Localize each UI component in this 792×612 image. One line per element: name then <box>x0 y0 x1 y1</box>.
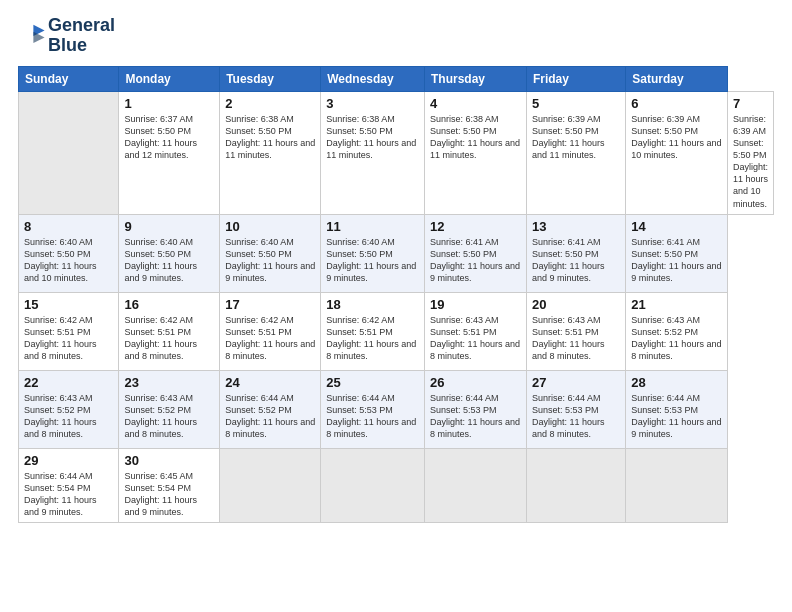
header-day-thursday: Thursday <box>424 66 526 91</box>
day-number: 2 <box>225 96 315 111</box>
calendar-container: General Blue SundayMondayTuesdayWednesda… <box>0 0 792 612</box>
day-number: 29 <box>24 453 113 468</box>
day-detail: Sunrise: 6:45 AMSunset: 5:54 PMDaylight:… <box>124 470 214 519</box>
calendar-cell: 13Sunrise: 6:41 AMSunset: 5:50 PMDayligh… <box>526 214 625 292</box>
logo-icon <box>18 22 46 50</box>
day-number: 26 <box>430 375 521 390</box>
calendar-cell: 28Sunrise: 6:44 AMSunset: 5:53 PMDayligh… <box>626 370 728 448</box>
calendar-cell <box>526 448 625 523</box>
header-day-monday: Monday <box>119 66 220 91</box>
calendar-week-1: 1Sunrise: 6:37 AMSunset: 5:50 PMDaylight… <box>19 91 774 214</box>
calendar-table: SundayMondayTuesdayWednesdayThursdayFrid… <box>18 66 774 524</box>
day-number: 8 <box>24 219 113 234</box>
header-day-sunday: Sunday <box>19 66 119 91</box>
day-detail: Sunrise: 6:44 AMSunset: 5:53 PMDaylight:… <box>326 392 419 441</box>
day-number: 21 <box>631 297 722 312</box>
header-day-friday: Friday <box>526 66 625 91</box>
day-detail: Sunrise: 6:39 AMSunset: 5:50 PMDaylight:… <box>532 113 620 162</box>
day-detail: Sunrise: 6:39 AMSunset: 5:50 PMDaylight:… <box>631 113 722 162</box>
day-detail: Sunrise: 6:38 AMSunset: 5:50 PMDaylight:… <box>326 113 419 162</box>
calendar-cell: 17Sunrise: 6:42 AMSunset: 5:51 PMDayligh… <box>220 292 321 370</box>
day-detail: Sunrise: 6:44 AMSunset: 5:53 PMDaylight:… <box>631 392 722 441</box>
calendar-cell: 11Sunrise: 6:40 AMSunset: 5:50 PMDayligh… <box>321 214 425 292</box>
calendar-cell: 30Sunrise: 6:45 AMSunset: 5:54 PMDayligh… <box>119 448 220 523</box>
calendar-cell: 21Sunrise: 6:43 AMSunset: 5:52 PMDayligh… <box>626 292 728 370</box>
day-detail: Sunrise: 6:41 AMSunset: 5:50 PMDaylight:… <box>631 236 722 285</box>
calendar-cell: 27Sunrise: 6:44 AMSunset: 5:53 PMDayligh… <box>526 370 625 448</box>
day-number: 17 <box>225 297 315 312</box>
day-detail: Sunrise: 6:41 AMSunset: 5:50 PMDaylight:… <box>532 236 620 285</box>
calendar-cell: 22Sunrise: 6:43 AMSunset: 5:52 PMDayligh… <box>19 370 119 448</box>
calendar-cell <box>626 448 728 523</box>
calendar-cell: 14Sunrise: 6:41 AMSunset: 5:50 PMDayligh… <box>626 214 728 292</box>
day-number: 28 <box>631 375 722 390</box>
day-detail: Sunrise: 6:44 AMSunset: 5:53 PMDaylight:… <box>532 392 620 441</box>
day-number: 1 <box>124 96 214 111</box>
calendar-cell: 12Sunrise: 6:41 AMSunset: 5:50 PMDayligh… <box>424 214 526 292</box>
day-number: 18 <box>326 297 419 312</box>
day-number: 25 <box>326 375 419 390</box>
calendar-week-2: 8Sunrise: 6:40 AMSunset: 5:50 PMDaylight… <box>19 214 774 292</box>
day-detail: Sunrise: 6:43 AMSunset: 5:51 PMDaylight:… <box>430 314 521 363</box>
day-number: 9 <box>124 219 214 234</box>
day-number: 14 <box>631 219 722 234</box>
day-number: 19 <box>430 297 521 312</box>
calendar-cell: 24Sunrise: 6:44 AMSunset: 5:52 PMDayligh… <box>220 370 321 448</box>
day-detail: Sunrise: 6:38 AMSunset: 5:50 PMDaylight:… <box>225 113 315 162</box>
calendar-cell: 4Sunrise: 6:38 AMSunset: 5:50 PMDaylight… <box>424 91 526 214</box>
day-number: 11 <box>326 219 419 234</box>
day-detail: Sunrise: 6:43 AMSunset: 5:52 PMDaylight:… <box>124 392 214 441</box>
day-detail: Sunrise: 6:43 AMSunset: 5:52 PMDaylight:… <box>24 392 113 441</box>
day-detail: Sunrise: 6:40 AMSunset: 5:50 PMDaylight:… <box>326 236 419 285</box>
day-number: 5 <box>532 96 620 111</box>
day-number: 10 <box>225 219 315 234</box>
calendar-cell: 18Sunrise: 6:42 AMSunset: 5:51 PMDayligh… <box>321 292 425 370</box>
day-detail: Sunrise: 6:42 AMSunset: 5:51 PMDaylight:… <box>24 314 113 363</box>
day-detail: Sunrise: 6:37 AMSunset: 5:50 PMDaylight:… <box>124 113 214 162</box>
day-detail: Sunrise: 6:43 AMSunset: 5:51 PMDaylight:… <box>532 314 620 363</box>
day-number: 20 <box>532 297 620 312</box>
day-detail: Sunrise: 6:44 AMSunset: 5:52 PMDaylight:… <box>225 392 315 441</box>
day-detail: Sunrise: 6:39 AMSunset: 5:50 PMDaylight:… <box>733 113 768 210</box>
calendar-cell: 16Sunrise: 6:42 AMSunset: 5:51 PMDayligh… <box>119 292 220 370</box>
calendar-cell: 1Sunrise: 6:37 AMSunset: 5:50 PMDaylight… <box>119 91 220 214</box>
day-number: 22 <box>24 375 113 390</box>
day-detail: Sunrise: 6:40 AMSunset: 5:50 PMDaylight:… <box>225 236 315 285</box>
logo-text: General Blue <box>48 16 115 56</box>
calendar-cell <box>321 448 425 523</box>
day-number: 12 <box>430 219 521 234</box>
day-detail: Sunrise: 6:40 AMSunset: 5:50 PMDaylight:… <box>24 236 113 285</box>
day-detail: Sunrise: 6:41 AMSunset: 5:50 PMDaylight:… <box>430 236 521 285</box>
day-detail: Sunrise: 6:42 AMSunset: 5:51 PMDaylight:… <box>326 314 419 363</box>
calendar-cell: 20Sunrise: 6:43 AMSunset: 5:51 PMDayligh… <box>526 292 625 370</box>
logo: General Blue <box>18 16 115 56</box>
calendar-cell <box>220 448 321 523</box>
day-detail: Sunrise: 6:43 AMSunset: 5:52 PMDaylight:… <box>631 314 722 363</box>
day-number: 27 <box>532 375 620 390</box>
header: General Blue <box>18 16 774 56</box>
header-day-wednesday: Wednesday <box>321 66 425 91</box>
calendar-cell: 25Sunrise: 6:44 AMSunset: 5:53 PMDayligh… <box>321 370 425 448</box>
calendar-cell: 9Sunrise: 6:40 AMSunset: 5:50 PMDaylight… <box>119 214 220 292</box>
day-number: 16 <box>124 297 214 312</box>
calendar-week-4: 22Sunrise: 6:43 AMSunset: 5:52 PMDayligh… <box>19 370 774 448</box>
calendar-cell: 23Sunrise: 6:43 AMSunset: 5:52 PMDayligh… <box>119 370 220 448</box>
calendar-cell: 5Sunrise: 6:39 AMSunset: 5:50 PMDaylight… <box>526 91 625 214</box>
calendar-cell: 29Sunrise: 6:44 AMSunset: 5:54 PMDayligh… <box>19 448 119 523</box>
calendar-cell: 10Sunrise: 6:40 AMSunset: 5:50 PMDayligh… <box>220 214 321 292</box>
calendar-cell: 3Sunrise: 6:38 AMSunset: 5:50 PMDaylight… <box>321 91 425 214</box>
calendar-cell <box>19 91 119 214</box>
day-number: 3 <box>326 96 419 111</box>
day-detail: Sunrise: 6:40 AMSunset: 5:50 PMDaylight:… <box>124 236 214 285</box>
calendar-cell: 2Sunrise: 6:38 AMSunset: 5:50 PMDaylight… <box>220 91 321 214</box>
day-detail: Sunrise: 6:44 AMSunset: 5:53 PMDaylight:… <box>430 392 521 441</box>
calendar-cell: 7Sunrise: 6:39 AMSunset: 5:50 PMDaylight… <box>727 91 773 214</box>
calendar-cell: 8Sunrise: 6:40 AMSunset: 5:50 PMDaylight… <box>19 214 119 292</box>
calendar-cell: 6Sunrise: 6:39 AMSunset: 5:50 PMDaylight… <box>626 91 728 214</box>
calendar-cell: 15Sunrise: 6:42 AMSunset: 5:51 PMDayligh… <box>19 292 119 370</box>
day-detail: Sunrise: 6:42 AMSunset: 5:51 PMDaylight:… <box>225 314 315 363</box>
day-number: 6 <box>631 96 722 111</box>
header-day-saturday: Saturday <box>626 66 728 91</box>
day-number: 15 <box>24 297 113 312</box>
calendar-week-5: 29Sunrise: 6:44 AMSunset: 5:54 PMDayligh… <box>19 448 774 523</box>
